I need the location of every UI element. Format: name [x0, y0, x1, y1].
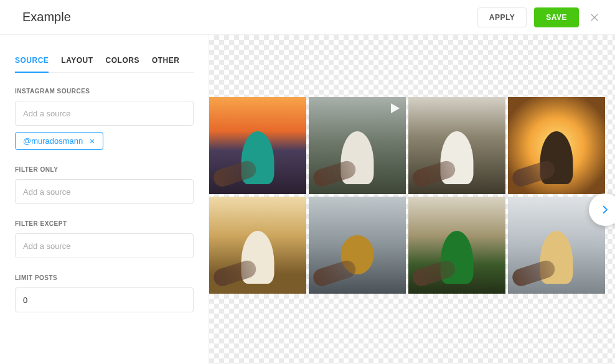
filter-only-label: FILTER ONLY [15, 166, 194, 173]
header-actions: APPLY SAVE [477, 7, 603, 27]
limit-posts-label: LIMIT POSTS [15, 274, 194, 281]
section-filter-except: FILTER EXCEPT [15, 220, 194, 258]
grid-item[interactable] [408, 97, 505, 194]
instagram-sources-input[interactable] [15, 101, 194, 126]
grid-item[interactable] [408, 197, 505, 294]
page-title: Example [22, 10, 71, 24]
instagram-sources-chips: @muradosmann [15, 132, 194, 150]
sidebar: SOURCE LAYOUT COLORS OTHER INSTAGRAM SOU… [0, 35, 209, 364]
filter-except-label: FILTER EXCEPT [15, 220, 194, 227]
tab-other[interactable]: OTHER [152, 49, 180, 72]
save-button[interactable]: SAVE [534, 7, 579, 27]
apply-button[interactable]: APPLY [477, 7, 527, 27]
header: Example APPLY SAVE [0, 0, 615, 35]
instagram-sources-label: INSTAGRAM SOURCES [15, 88, 194, 95]
section-instagram-sources: INSTAGRAM SOURCES @muradosmann [15, 88, 194, 150]
filter-only-input[interactable] [15, 179, 194, 204]
section-filter-only: FILTER ONLY [15, 166, 194, 204]
image-grid [209, 97, 605, 294]
filter-except-input[interactable] [15, 233, 194, 258]
grid-item[interactable] [209, 197, 306, 294]
tab-source[interactable]: SOURCE [15, 49, 49, 72]
grid-item[interactable] [309, 197, 406, 294]
grid-item[interactable] [508, 97, 605, 194]
grid-item[interactable] [209, 97, 306, 194]
tab-layout[interactable]: LAYOUT [61, 49, 93, 72]
body: SOURCE LAYOUT COLORS OTHER INSTAGRAM SOU… [0, 35, 615, 364]
preview-pane [209, 35, 615, 364]
limit-posts-input[interactable] [15, 287, 194, 312]
play-icon [387, 101, 402, 116]
svg-marker-4 [391, 103, 400, 113]
tabs: SOURCE LAYOUT COLORS OTHER [15, 49, 194, 73]
source-chip[interactable]: @muradosmann [15, 132, 103, 150]
source-chip-label: @muradosmann [23, 136, 83, 146]
grid-item[interactable] [309, 97, 406, 194]
section-limit-posts: LIMIT POSTS [15, 274, 194, 312]
tab-colors[interactable]: COLORS [106, 49, 139, 72]
remove-chip-icon[interactable] [88, 137, 96, 146]
close-icon[interactable] [586, 9, 603, 26]
